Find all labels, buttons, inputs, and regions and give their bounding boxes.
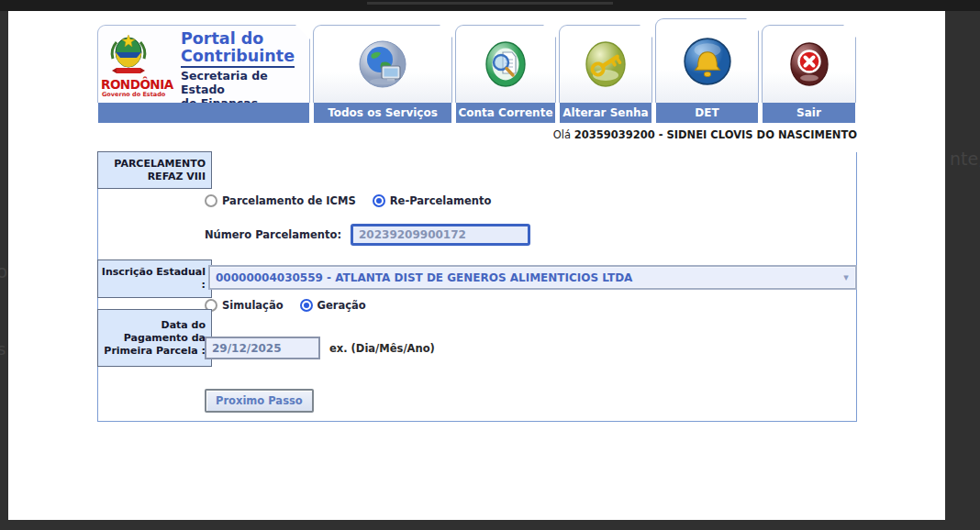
tab-sair: Sair <box>762 25 856 123</box>
background-ghost-text: nte, <box>950 149 980 169</box>
date-format-hint: ex. (Dia/Mês/Ano) <box>329 342 435 355</box>
greeting-user: 20359039200 - SIDNEI CLOVIS DO NASCIMENT… <box>574 128 857 141</box>
numero-parcelamento-row: Número Parcelamento: <box>205 224 530 246</box>
tab-det-button[interactable] <box>655 18 759 103</box>
data-label-line1: Data do <box>161 319 206 332</box>
mode-radio-group: Simulação Geração <box>205 299 366 312</box>
radio-simulacao-label[interactable]: Simulação <box>222 299 284 312</box>
inscricao-label-line2: : <box>202 279 206 292</box>
tab-det-label[interactable]: DET <box>656 103 758 123</box>
rondonia-coat-of-arms-icon <box>107 31 150 79</box>
state-name: RONDÔNIA <box>101 77 173 92</box>
portal-header: RONDÔNIA Governo do Estado Portal do Con… <box>97 25 856 123</box>
portal-page: RONDÔNIA Governo do Estado Portal do Con… <box>8 11 945 520</box>
data-pagamento-label-box: Data do Pagamento da Primeira Parcela : <box>97 309 212 367</box>
radio-parcelamento-icms[interactable] <box>205 194 217 207</box>
section-label-line2: REFAZ VIII <box>148 171 206 183</box>
tab-conta-corrente: Conta Corrente <box>455 25 556 123</box>
numero-parcelamento-input[interactable] <box>351 224 530 246</box>
logo-column: RONDÔNIA Governo do Estado Portal do Con… <box>97 25 310 123</box>
state-subtitle: Governo do Estado <box>102 91 165 98</box>
background-ghost-text: s <box>0 339 6 359</box>
radio-geracao[interactable] <box>300 299 313 312</box>
greeting-prefix: Olá <box>553 128 571 141</box>
screen: nte, o s ROND <box>0 0 980 530</box>
tab-todos-os-servicos: Todos os Serviços <box>313 25 452 123</box>
tab-conta-corrente-button[interactable] <box>455 25 556 103</box>
portal-title-line2: Contribuinte <box>181 48 295 65</box>
portal-title-line1: Portal do <box>181 30 295 48</box>
data-label-line3: Primeira Parcela : <box>104 345 206 358</box>
tab-sair-label[interactable]: Sair <box>763 103 855 123</box>
tab-alterar-senha: Alterar Senha <box>559 25 652 123</box>
data-label-line2: Pagamento da <box>124 332 206 345</box>
key-icon <box>580 39 631 90</box>
proximo-passo-button[interactable]: Proximo Passo <box>205 389 314 413</box>
section-label-parcelamento-refaz: PARCELAMENTO REFAZ VIII <box>97 151 212 189</box>
background-ghost-text: o <box>0 260 7 282</box>
logout-x-icon <box>784 39 835 90</box>
header-bar-filler <box>98 103 309 123</box>
radio-geracao-label[interactable]: Geração <box>317 299 366 312</box>
tab-todos-os-servicos-button[interactable] <box>313 25 452 103</box>
tab-alterar-senha-label[interactable]: Alterar Senha <box>560 103 651 123</box>
tab-todos-os-servicos-label[interactable]: Todos os Serviços <box>314 103 451 123</box>
portal-logo: RONDÔNIA Governo do Estado Portal do Con… <box>97 25 310 103</box>
bell-icon <box>681 35 734 88</box>
inscricao-estadual-selected-value: 00000004030559 - ATLANTA DIST DE GENEROS… <box>210 271 837 284</box>
window-top-artifact <box>367 2 613 5</box>
data-pagamento-input[interactable] <box>205 337 320 359</box>
document-magnifier-icon <box>480 39 531 90</box>
tab-alterar-senha-button[interactable] <box>559 25 652 103</box>
inscricao-estadual-select[interactable]: 00000004030559 - ATLANTA DIST DE GENEROS… <box>208 265 857 290</box>
radio-re-parcelamento-label[interactable]: Re-Parcelamento <box>390 194 492 207</box>
tab-det: DET <box>655 25 759 123</box>
parcelamento-type-radio-group: Parcelamento de ICMS Re-Parcelamento <box>205 194 491 207</box>
radio-parcelamento-icms-label[interactable]: Parcelamento de ICMS <box>222 194 356 207</box>
parcelamento-form: PARCELAMENTO REFAZ VIII Parcelamento de … <box>97 152 857 422</box>
numero-parcelamento-label: Número Parcelamento: <box>205 228 341 241</box>
data-pagamento-row: ex. (Dia/Mês/Ano) <box>205 337 435 359</box>
radio-re-parcelamento[interactable] <box>373 194 385 207</box>
org-name-line1: Secretaria de Estado <box>181 69 309 96</box>
inscricao-label-line1: Inscrição Estadual <box>102 266 206 279</box>
section-label-line1: PARCELAMENTO <box>114 158 206 171</box>
globe-monitor-icon <box>357 39 408 90</box>
chevron-down-icon: ▾ <box>837 271 855 283</box>
tab-sair-button[interactable] <box>762 25 856 103</box>
inscricao-estadual-label-box: Inscrição Estadual : <box>97 259 212 298</box>
user-greeting: Olá 20359039200 - SIDNEI CLOVIS DO NASCI… <box>97 128 857 141</box>
tab-conta-corrente-label[interactable]: Conta Corrente <box>456 103 555 123</box>
portal-title: Portal do Contribuinte <box>181 30 295 68</box>
